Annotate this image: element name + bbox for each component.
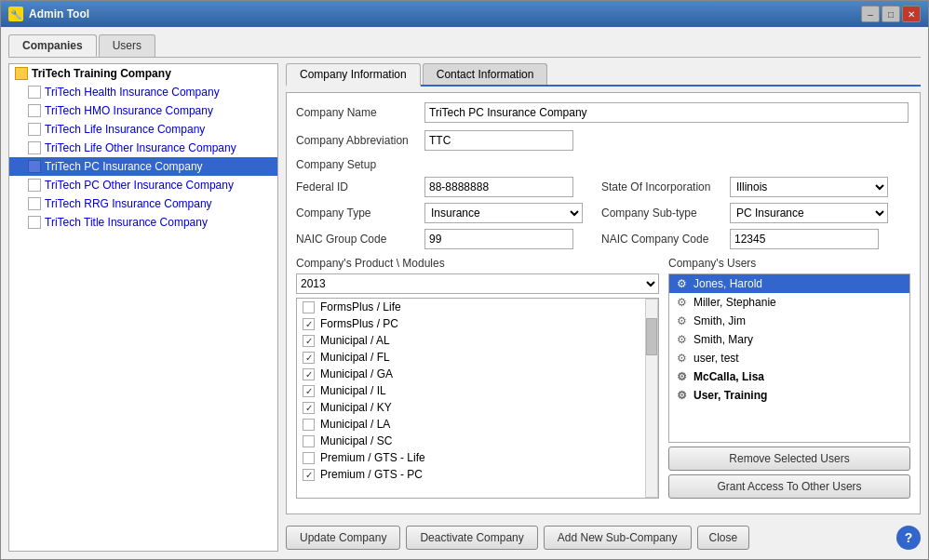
company-subtype-label: Company Sub-type (601, 207, 722, 220)
modules-panel: Company's Product \ Modules 2013 FormsPl… (296, 257, 659, 499)
tree-item[interactable]: TriTech Health Insurance Company (9, 83, 277, 101)
naic-company-input[interactable] (730, 229, 879, 249)
window-title: Admin Tool (29, 7, 89, 20)
remove-users-button[interactable]: Remove Selected Users (668, 447, 910, 471)
federal-id-input[interactable] (424, 177, 573, 197)
users-label: Company's Users (668, 257, 910, 270)
module-checkbox[interactable] (303, 419, 315, 431)
deactivate-company-button[interactable]: Deactivate Company (406, 526, 537, 550)
module-item[interactable]: Municipal / IL (297, 382, 645, 399)
module-checkbox[interactable] (303, 469, 315, 481)
main-tabs: Companies Users (8, 34, 921, 58)
user-item[interactable]: ⚙User, Training (669, 386, 909, 405)
grant-access-button[interactable]: Grant Access To Other Users (668, 474, 910, 499)
user-label: Jones, Harold (693, 277, 762, 290)
company-subtype-select[interactable]: PC Insurance (730, 203, 888, 223)
users-list: ⚙Jones, Harold⚙Miller, Stephanie⚙Smith, … (668, 273, 910, 443)
module-item[interactable]: Premium / GTS - PC (297, 466, 645, 483)
title-bar: 🔧 Admin Tool – □ ✕ (1, 1, 928, 27)
tree-item[interactable]: TriTech Life Other Insurance Company (9, 139, 277, 157)
gear-icon: ⚙ (675, 389, 688, 402)
page-icon (28, 179, 41, 192)
bottom-bar: Update Company Deactivate Company Add Ne… (286, 520, 921, 552)
add-new-sub-company-button[interactable]: Add New Sub-Company (544, 526, 692, 550)
module-item[interactable]: Municipal / FL (297, 349, 645, 366)
module-item[interactable]: FormsPlus / PC (297, 315, 645, 332)
user-label: Smith, Mary (693, 333, 753, 346)
module-checkbox[interactable] (303, 352, 315, 364)
tab-company-information[interactable]: Company Information (286, 63, 421, 87)
module-item[interactable]: Municipal / AL (297, 332, 645, 349)
user-item[interactable]: ⚙user, test (669, 349, 909, 367)
user-label: User, Training (693, 389, 767, 402)
user-item[interactable]: ⚙Miller, Stephanie (669, 293, 909, 312)
help-button[interactable]: ? (896, 526, 921, 550)
naic-group-input[interactable] (424, 229, 573, 249)
main-window: 🔧 Admin Tool – □ ✕ Companies Users TriTe… (0, 0, 929, 560)
action-buttons: Update Company Deactivate Company Add Ne… (286, 526, 749, 550)
sub-tabs: Company Information Contact Information (286, 63, 921, 87)
tree-item[interactable]: TriTech PC Other Insurance Company (9, 176, 277, 194)
user-item[interactable]: ⚙Jones, Harold (669, 274, 909, 293)
company-abbr-label: Company Abbreviation (296, 134, 417, 147)
company-type-select[interactable]: Insurance (424, 203, 583, 223)
company-name-input[interactable] (424, 102, 909, 123)
module-checkbox[interactable] (303, 318, 315, 330)
gear-icon: ⚙ (675, 370, 688, 383)
tree-item[interactable]: TriTech Title Insurance Company (9, 213, 277, 232)
page-icon (28, 141, 41, 154)
tree-item[interactable]: TriTech HMO Insurance Company (9, 101, 277, 120)
module-checkbox[interactable] (303, 402, 315, 414)
module-item[interactable]: Municipal / KY (297, 399, 645, 416)
minimize-button[interactable]: – (861, 6, 880, 22)
state-select[interactable]: Illinois (730, 177, 888, 197)
close-window-button[interactable]: ✕ (902, 6, 921, 22)
user-item[interactable]: ⚙Smith, Jim (669, 312, 909, 330)
user-label: McCalla, Lisa (693, 370, 764, 383)
module-checkbox[interactable] (303, 385, 315, 397)
company-name-label: Company Name (296, 106, 417, 119)
user-item[interactable]: ⚙Smith, Mary (669, 330, 909, 349)
module-item[interactable]: FormsPlus / Life (297, 299, 645, 315)
user-item[interactable]: ⚙McCalla, Lisa (669, 367, 909, 386)
tab-contact-information[interactable]: Contact Information (423, 63, 548, 85)
module-checkbox[interactable] (303, 368, 315, 380)
page-icon (28, 216, 41, 229)
module-checkbox[interactable] (303, 435, 315, 447)
state-label: State Of Incorporation (601, 180, 722, 193)
company-setup-label: Company Setup (296, 158, 376, 171)
close-button[interactable]: Close (697, 526, 750, 550)
tab-users[interactable]: Users (99, 34, 155, 57)
company-name-row: Company Name (296, 102, 910, 123)
module-checkbox[interactable] (303, 452, 315, 464)
module-label: Municipal / IL (320, 384, 386, 397)
update-company-button[interactable]: Update Company (286, 526, 400, 550)
module-label: Municipal / SC (320, 434, 392, 447)
module-label: Municipal / FL (320, 351, 390, 364)
module-checkbox[interactable] (303, 301, 315, 313)
tree-item[interactable]: TriTech Training Company (9, 64, 277, 83)
bottom-section: Company's Product \ Modules 2013 FormsPl… (296, 257, 910, 499)
module-label: Municipal / KY (320, 401, 392, 414)
module-checkbox[interactable] (303, 335, 315, 347)
gear-icon: ⚙ (675, 314, 688, 327)
page-icon (28, 104, 41, 117)
modules-year-select[interactable]: 2013 (296, 273, 659, 294)
page-icon (28, 86, 41, 99)
tree-item[interactable]: TriTech RRG Insurance Company (9, 194, 277, 213)
module-item[interactable]: Municipal / SC (297, 433, 645, 449)
scrollbar-thumb[interactable] (646, 318, 657, 355)
module-item[interactable]: Premium / GTS - Life (297, 449, 645, 466)
user-label: user, test (693, 352, 739, 365)
module-item[interactable]: Municipal / GA (297, 366, 645, 382)
tree-item-selected[interactable]: TriTech PC Insurance Company (9, 157, 277, 176)
window-content: Companies Users TriTech Training Company… (1, 27, 928, 559)
module-item[interactable]: Municipal / LA (297, 416, 645, 433)
tree-item[interactable]: TriTech Life Insurance Company (9, 120, 277, 139)
tab-companies[interactable]: Companies (8, 34, 97, 57)
company-abbr-input[interactable] (424, 130, 573, 151)
page-icon (28, 197, 41, 210)
maximize-button[interactable]: □ (882, 6, 900, 22)
page-icon (28, 123, 41, 136)
modules-scrollbar[interactable] (645, 299, 658, 498)
